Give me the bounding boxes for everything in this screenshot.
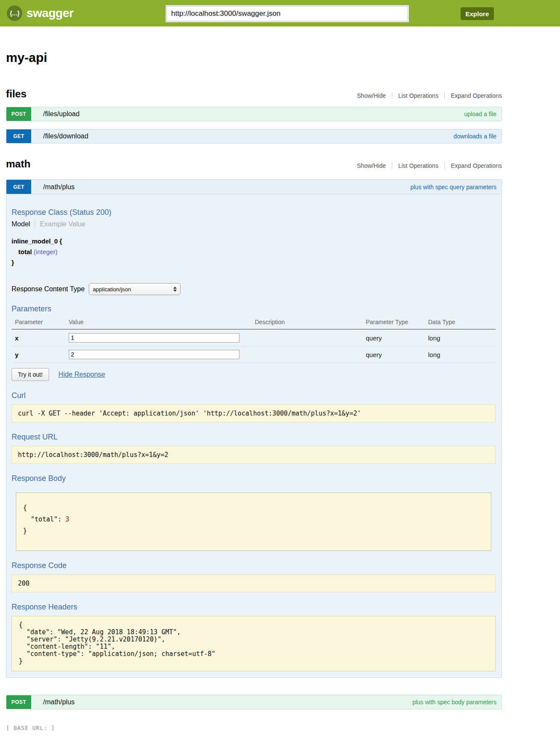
operation-path[interactable]: /files/download (43, 132, 88, 140)
operation-summary-link[interactable]: downloads a file (454, 133, 496, 140)
tab-model[interactable]: Model (12, 220, 35, 228)
swagger-logo-icon: {…} (7, 6, 22, 21)
column-value: Value (69, 316, 255, 329)
request-url-value: http://localhost:3000/math/plus?x=1&y=2 (12, 446, 496, 464)
try-it-out-button[interactable]: Try it out! (12, 368, 49, 381)
parameter-x-value-input[interactable] (69, 333, 239, 343)
header-bar: {…} swagger Explore (0, 0, 560, 26)
swagger-brand-link[interactable]: {…} swagger (7, 6, 73, 21)
parameter-y-value-input[interactable] (69, 350, 239, 359)
column-parameter-type: Parameter Type (366, 316, 428, 329)
model-tabs: Model Example Value (12, 220, 496, 228)
math-list-operations-link[interactable]: List Operations (392, 162, 444, 169)
page-title: my-api (6, 50, 502, 65)
model-property: total (integer) (12, 246, 496, 257)
response-class-heading: Response Class (Status 200) (12, 208, 496, 217)
operation-get-math-plus[interactable]: GET /math/plus plus with spec query para… (6, 180, 502, 194)
column-description: Description (255, 316, 366, 329)
math-show-hide-link[interactable]: Show/Hide (351, 162, 392, 169)
parameter-type: query (366, 329, 428, 346)
operation-details: Response Class (Status 200) Model Exampl… (6, 194, 502, 677)
parameter-row-y: y query long (12, 346, 496, 363)
response-content-type-select[interactable]: application/json (89, 283, 181, 295)
parameter-data-type: long (428, 329, 496, 346)
selected-content-type: application/json (93, 286, 131, 293)
operation-path[interactable]: /files/upload (43, 110, 79, 118)
files-list-operations-link[interactable]: List Operations (392, 92, 444, 99)
math-section-title: math (6, 158, 30, 170)
column-data-type: Data Type (428, 316, 496, 329)
operation-post-math-plus[interactable]: POST /math/plus plus with spec body para… (6, 695, 502, 709)
parameters-table: Parameter Value Description Parameter Ty… (12, 316, 496, 363)
operation-path[interactable]: /math/plus (43, 698, 75, 706)
operation-get-files-download[interactable]: GET /files/download downloads a file (6, 129, 502, 144)
header-line: "content-type": "application/json; chars… (19, 650, 216, 658)
request-url-heading: Request URL (12, 433, 496, 442)
files-section-title: files (6, 88, 26, 100)
curl-heading: Curl (12, 391, 496, 400)
parameter-data-type: long (428, 346, 496, 363)
post-method-badge: POST (6, 695, 31, 709)
math-expand-operations-link[interactable]: Expand Operations (444, 162, 502, 169)
operation-summary-link[interactable]: plus with spec query parameters (410, 184, 496, 190)
model-open-line: inline_model_0 { (12, 236, 496, 246)
column-parameter: Parameter (12, 316, 69, 329)
hide-response-link[interactable]: Hide Response (58, 371, 105, 378)
spec-url-input[interactable] (166, 6, 408, 21)
get-method-badge: GET (6, 180, 31, 194)
parameter-name: x (12, 329, 69, 346)
parameter-name: y (12, 346, 69, 363)
base-url-footer: [ BASE URL: ] (6, 725, 502, 731)
response-body-heading: Response Body (12, 474, 496, 483)
header-line: } (19, 657, 23, 665)
files-show-hide-link[interactable]: Show/Hide (351, 92, 392, 99)
model-close-line: } (12, 257, 496, 268)
header-line: "content-length": "11", (19, 643, 115, 650)
json-key: "total": (23, 515, 65, 523)
header-line: { (19, 621, 23, 629)
parameter-row-x: x query long (12, 329, 496, 346)
parameter-description (255, 346, 366, 363)
get-math-plus-panel: GET /math/plus plus with spec query para… (6, 179, 502, 678)
response-body-content: { "total": 3 } (16, 492, 491, 551)
json-value: 3 (65, 515, 69, 523)
explore-button[interactable]: Explore (461, 7, 494, 20)
model-signature: inline_model_0 { total (integer) } (12, 236, 496, 268)
response-content-type-row: Response Content Type application/json (12, 283, 496, 295)
math-section-header: math Show/Hide List Operations Expand Op… (6, 158, 502, 170)
operation-summary-link[interactable]: upload a file (464, 111, 496, 117)
select-arrows-icon (173, 287, 177, 292)
curl-command: curl -X GET --header 'Accept: applicatio… (12, 404, 496, 422)
files-expand-operations-link[interactable]: Expand Operations (444, 92, 502, 99)
operation-summary-link[interactable]: plus with spec body parameters (412, 699, 496, 706)
get-method-badge: GET (6, 129, 31, 143)
operation-post-files-upload[interactable]: POST /files/upload upload a file (6, 107, 502, 121)
parameter-description (255, 329, 366, 346)
response-headers-heading: Response Headers (12, 603, 496, 612)
model-property-name: total (18, 248, 32, 255)
parameters-header-row: Parameter Value Description Parameter Ty… (12, 316, 496, 329)
parameters-heading: Parameters (12, 305, 496, 313)
header-line: "server": "Jetty(9.2.21.v20170120)", (19, 636, 165, 643)
parameter-type: query (366, 346, 428, 363)
operation-path[interactable]: /math/plus (43, 183, 75, 191)
model-property-type: (integer) (34, 248, 58, 255)
tab-example-value[interactable]: Example Value (35, 220, 85, 228)
json-open-brace: { (23, 504, 27, 512)
files-section-header: files Show/Hide List Operations Expand O… (6, 88, 502, 100)
header-line: "date": "Wed, 22 Aug 2018 18:49:13 GMT", (19, 628, 181, 636)
post-method-badge: POST (6, 107, 31, 121)
brand-title: swagger (26, 6, 73, 20)
response-code-value: 200 (12, 574, 496, 592)
json-close-brace: } (23, 527, 27, 535)
response-headers-content: { "date": "Wed, 22 Aug 2018 18:49:13 GMT… (12, 616, 496, 671)
response-content-type-label: Response Content Type (12, 285, 85, 293)
response-code-heading: Response Code (12, 561, 496, 570)
